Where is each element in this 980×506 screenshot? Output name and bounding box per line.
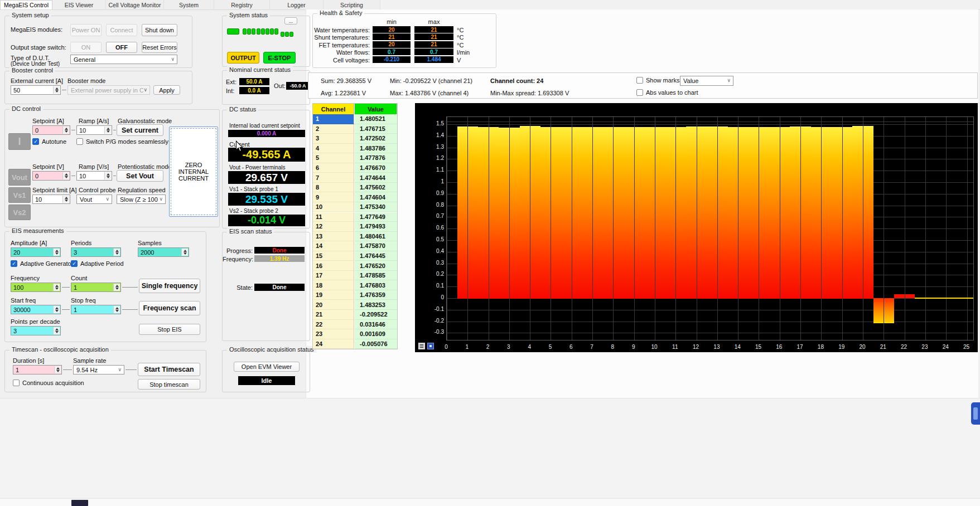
value-cell[interactable]: 1.475340: [355, 202, 397, 212]
value-column-header[interactable]: Value: [355, 104, 397, 114]
value-cell[interactable]: 1.479493: [355, 222, 397, 232]
channel-cell[interactable]: 10: [313, 202, 354, 212]
power-on-button[interactable]: Power ON: [70, 24, 102, 36]
channel-cell[interactable]: 14: [313, 241, 354, 251]
channel-cell[interactable]: 23: [313, 329, 354, 339]
stop-freq-input[interactable]: 1: [71, 305, 121, 314]
spinner[interactable]: [113, 284, 120, 291]
frequency-scan-button[interactable]: Frequency scan: [139, 301, 200, 315]
vs2-mode-button[interactable]: Vs2: [8, 205, 31, 220]
spinner[interactable]: [54, 366, 61, 373]
frequency-input[interactable]: 100: [11, 283, 61, 292]
spinner[interactable]: [62, 196, 69, 203]
chart-export-icon[interactable]: [418, 343, 425, 349]
shut-down-button[interactable]: Shut down: [142, 24, 177, 36]
tab-registry[interactable]: Registry: [214, 0, 270, 9]
zero-internal-current-button[interactable]: ZERO INTERNAL CURRENT: [169, 126, 218, 217]
tab-eis-viewer[interactable]: EIS Viewer: [52, 0, 106, 9]
channel-cell[interactable]: 12: [313, 222, 354, 232]
tab-logger[interactable]: Logger: [270, 0, 324, 9]
value-cell[interactable]: 1.483253: [355, 300, 397, 310]
start-timescan-button[interactable]: Start Timescan: [138, 363, 200, 376]
channel-cell[interactable]: 5: [313, 153, 354, 163]
value-cell[interactable]: 1.476445: [355, 251, 397, 261]
value-cell[interactable]: 1.476715: [355, 124, 397, 134]
set-vout-button[interactable]: Set Vout: [117, 170, 163, 182]
tab-megaeis-control[interactable]: MegaEIS Control: [0, 0, 52, 9]
vout-mode-button[interactable]: Vout: [8, 169, 31, 186]
channel-table[interactable]: ChannelValue11.48052121.47671531.4725024…: [312, 103, 398, 349]
amplitude-input[interactable]: 20: [11, 247, 61, 257]
channel-cell[interactable]: 7: [313, 173, 354, 183]
ramp-v-input[interactable]: 10: [76, 171, 112, 181]
points-per-decade-input[interactable]: 3: [11, 326, 61, 335]
tab-system[interactable]: System: [164, 0, 214, 9]
off-button[interactable]: OFF: [106, 42, 137, 53]
value-cell[interactable]: 1.472502: [355, 134, 397, 144]
autotune-checkbox[interactable]: ✓Autotune: [32, 138, 66, 145]
value-cell[interactable]: 1.477876: [355, 153, 397, 163]
voltage-bar-chart[interactable]: 1.51.41.31.21.110.90.80.70.60.50.40.30.2…: [415, 103, 978, 352]
stop-timescan-button[interactable]: Stop timescan: [138, 379, 200, 390]
spinner[interactable]: [113, 306, 120, 313]
setpoint-a-input[interactable]: 0: [32, 125, 70, 135]
value-cell[interactable]: 1.477649: [355, 212, 397, 222]
taskbar-app-tile[interactable]: [71, 500, 88, 506]
duration-input[interactable]: 1: [13, 365, 62, 374]
control-probe-dropdown[interactable]: Vout∨: [76, 194, 112, 204]
value-cell[interactable]: 1.475602: [355, 183, 397, 193]
samples-input[interactable]: 2000: [138, 247, 189, 257]
reset-errors-button[interactable]: Reset Errors: [142, 42, 177, 53]
value-cell[interactable]: 1.474644: [355, 173, 397, 183]
open-evm-viewer-button[interactable]: Open EVM Viewer: [234, 362, 300, 372]
periods-input[interactable]: 3: [71, 247, 121, 257]
set-current-button[interactable]: Set current: [117, 124, 163, 136]
single-frequency-button[interactable]: Single frequency: [139, 279, 200, 293]
continuous-acquisition-checkbox[interactable]: Continuous acquisition: [13, 380, 84, 386]
start-freq-input[interactable]: 30000: [11, 305, 61, 314]
show-marks-checkbox[interactable]: Show marks: [636, 77, 680, 84]
e-stop-button[interactable]: E-STOP: [263, 52, 296, 64]
booster-mode-dropdown[interactable]: External power supply in CC mode∨: [67, 85, 150, 95]
apply-button[interactable]: Apply: [153, 85, 180, 95]
value-cell[interactable]: 0.001609: [355, 329, 397, 339]
value-cell[interactable]: 1.475870: [355, 241, 397, 251]
output-button[interactable]: OUTPUT: [227, 52, 259, 64]
ramp-a-input[interactable]: 10: [76, 125, 112, 135]
channel-cell[interactable]: 17: [313, 271, 354, 281]
spinner[interactable]: [53, 284, 60, 291]
spinner[interactable]: [104, 172, 111, 179]
channel-column-header[interactable]: Channel: [313, 104, 354, 114]
channel-cell[interactable]: 13: [313, 232, 354, 242]
spinner[interactable]: [104, 126, 111, 134]
channel-cell[interactable]: 1: [313, 114, 354, 124]
value-cell[interactable]: 1.480461: [355, 232, 397, 242]
value-cell[interactable]: -0.005076: [355, 339, 397, 349]
spinner[interactable]: [53, 86, 60, 94]
on-button[interactable]: ON: [70, 42, 102, 53]
switch-pg-checkbox[interactable]: Switch P/G modes seamlessly: [76, 138, 168, 145]
tab-scripting[interactable]: Scripting: [324, 0, 380, 9]
value-dropdown[interactable]: Value∨: [680, 76, 733, 86]
stop-eis-button[interactable]: Stop EIS: [139, 324, 200, 335]
more-button[interactable]: ...: [284, 17, 297, 25]
spinner[interactable]: [113, 249, 120, 256]
channel-cell[interactable]: 24: [313, 339, 354, 349]
taskbar[interactable]: [0, 498, 980, 506]
spinner[interactable]: [62, 172, 69, 179]
setpoint-v-input[interactable]: 0: [32, 171, 70, 181]
value-cell[interactable]: 1.476520: [355, 261, 397, 271]
value-cell[interactable]: 1.476803: [355, 280, 397, 290]
channel-cell[interactable]: 6: [313, 163, 354, 173]
channel-cell[interactable]: 4: [313, 144, 354, 154]
channel-cell[interactable]: 19: [313, 290, 354, 300]
value-cell[interactable]: 1.474604: [355, 192, 397, 202]
dut-type-dropdown[interactable]: General∨: [70, 55, 177, 64]
value-cell[interactable]: 1.476670: [355, 163, 397, 173]
channel-cell[interactable]: 11: [313, 212, 354, 222]
value-cell[interactable]: 1.483786: [355, 144, 397, 154]
channel-cell[interactable]: 2: [313, 124, 354, 134]
spinner[interactable]: [181, 249, 188, 256]
channel-cell[interactable]: 3: [313, 134, 354, 144]
touch-keyboard-tray-icon[interactable]: [971, 402, 980, 425]
